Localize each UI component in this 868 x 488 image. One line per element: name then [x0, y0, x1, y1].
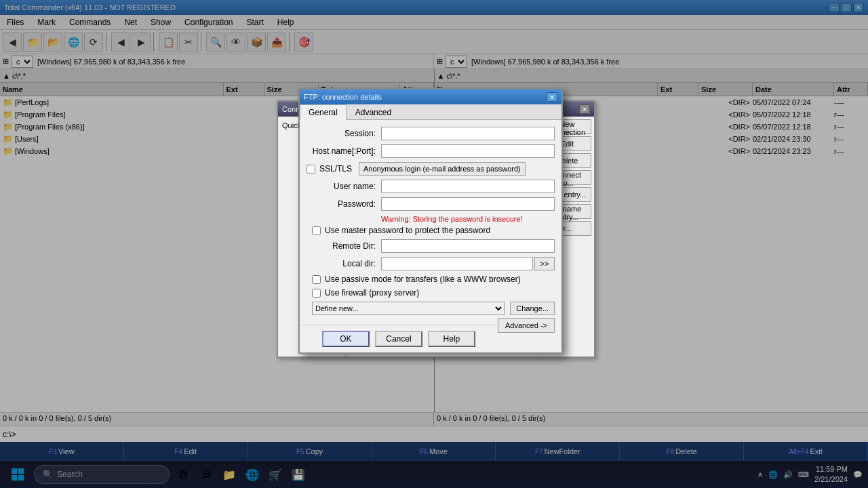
proxy-change-button[interactable]: Change... — [510, 302, 555, 315]
remote-dir-label: Remote Dir: — [307, 241, 381, 251]
session-label: Session: — [307, 129, 381, 138]
master-password-label: Use master password to protect the passw… — [325, 226, 490, 235]
firewall-label: Use firewall (proxy server) — [325, 288, 419, 298]
remote-dir-row: Remote Dir: — [307, 239, 555, 253]
tab-general[interactable]: General — [300, 104, 347, 120]
ftp-details-titlebar: FTP: connection details ✕ — [300, 89, 561, 104]
local-dir-label: Local dir: — [307, 259, 381, 268]
hostname-label: Host name[:Port]: — [307, 146, 381, 156]
ftp-details-dialog: FTP: connection details ✕ General Advanc… — [298, 88, 563, 354]
password-label: Password: — [307, 199, 381, 209]
ok-button[interactable]: OK — [322, 331, 370, 347]
session-row: Session: — [307, 127, 555, 140]
modal-overlay: Connect to FTP server ✕ Quick con... New… — [0, 0, 868, 488]
master-password-row: Use master password to protect the passw… — [312, 226, 555, 235]
ssl-label: SSL/TLS — [319, 164, 352, 174]
passive-mode-row: Use passive mode for transfers (like a W… — [312, 274, 555, 284]
hostname-input[interactable] — [381, 144, 555, 158]
local-dir-input[interactable] — [381, 257, 533, 270]
password-input[interactable] — [381, 197, 555, 211]
help-button[interactable]: Help — [428, 331, 475, 347]
session-input[interactable] — [381, 127, 555, 140]
passive-mode-label: Use passive mode for transfers (like a W… — [325, 274, 521, 284]
anonymous-login-button[interactable]: Anonymous login (e-mail address as passw… — [359, 162, 526, 176]
tab-advanced[interactable]: Advanced — [347, 104, 400, 120]
ftp-connect-close-button[interactable]: ✕ — [579, 104, 590, 114]
password-warning: Warning: Storing the password is insecur… — [381, 215, 555, 223]
proxy-row: Define new... Change... — [312, 302, 555, 315]
browse-button[interactable]: >> — [534, 257, 555, 270]
password-row: Password: — [307, 197, 555, 211]
username-row: User name: — [307, 180, 555, 193]
hostname-row: Host name[:Port]: — [307, 144, 555, 158]
ssl-row: SSL/TLS Anonymous login (e-mail address … — [307, 162, 555, 176]
proxy-select[interactable]: Define new... — [312, 302, 505, 315]
cancel-button[interactable]: Cancel — [375, 331, 422, 347]
remote-dir-input[interactable] — [381, 239, 555, 253]
local-dir-row: Local dir: >> — [307, 257, 555, 270]
advanced-button[interactable]: Advanced -> — [498, 318, 555, 333]
ftp-details-title: FTP: connection details — [304, 93, 382, 101]
ftp-details-close-button[interactable]: ✕ — [547, 92, 557, 102]
ftp-details-tabs: General Advanced — [300, 104, 561, 120]
ftp-details-footer: OK Cancel Help — [300, 325, 498, 352]
master-password-checkbox[interactable] — [312, 226, 321, 235]
firewall-row: Use firewall (proxy server) — [312, 288, 555, 298]
ssl-checkbox[interactable] — [307, 165, 315, 174]
username-label: User name: — [307, 182, 381, 191]
firewall-checkbox[interactable] — [312, 289, 321, 298]
ftp-details-body: Session: Host name[:Port]: SSL/TLS Anony… — [300, 120, 561, 325]
username-input[interactable] — [381, 180, 555, 193]
passive-mode-checkbox[interactable] — [312, 275, 321, 284]
